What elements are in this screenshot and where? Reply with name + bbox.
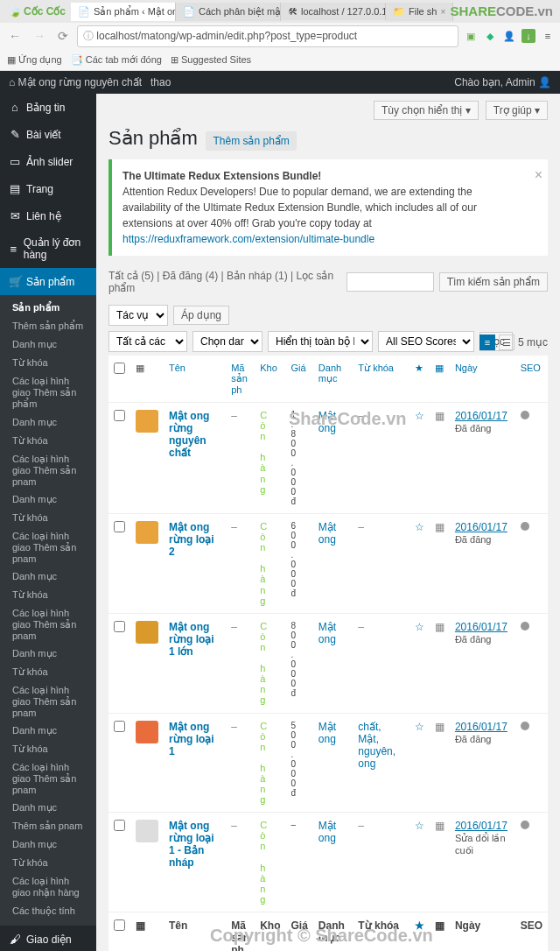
submenu-item[interactable]: Từ khóa [0, 586, 96, 604]
ext-icon[interactable]: ▣ [464, 29, 478, 43]
sidebar-item[interactable]: ▭Ảnh slider [0, 148, 96, 175]
submenu-item[interactable]: Sản phẩm [0, 299, 96, 317]
col-name[interactable]: Tên [164, 356, 226, 403]
submenu-item[interactable]: Các loại hình giao Thêm sản pnam [0, 758, 96, 799]
back-icon[interactable]: ← [5, 29, 24, 43]
sidebar-item[interactable]: ≡Quản lý đơn hàng [0, 229, 96, 268]
col-date[interactable]: Ngày [450, 356, 515, 403]
sidebar-item[interactable]: ✉Liên hệ [0, 202, 96, 229]
filter-cat-select[interactable]: Chọn danh mục [192, 331, 262, 352]
date-link[interactable]: 2016/01/17 [455, 721, 508, 733]
date-link[interactable]: 2016/01/17 [455, 521, 508, 533]
cat-link[interactable]: Mật ong [318, 820, 336, 844]
search-button[interactable]: Tìm kiếm sản phẩm [439, 272, 548, 292]
sidebar-item[interactable]: ⌂Bảng tin [0, 94, 96, 121]
select-all-checkbox[interactable] [114, 363, 125, 374]
submenu-item[interactable]: Từ khóa [0, 663, 96, 681]
view-list-icon[interactable]: ≡ [480, 335, 495, 350]
product-name-link[interactable]: Mật ong rừng loại 1 - Bản nháp [169, 820, 214, 869]
select-all-checkbox[interactable] [114, 919, 125, 931]
submenu-item[interactable]: Từ khóa [0, 740, 96, 758]
featured-star-icon[interactable]: ☆ [410, 514, 430, 614]
cat-link[interactable]: Mật ong [318, 521, 336, 546]
submenu-item[interactable]: Các loại hình giao Thêm sản pnam [0, 604, 96, 645]
screen-options-button[interactable]: Tùy chọn hiển thị ▾ [374, 101, 479, 120]
product-name-link[interactable]: Mật ong rừng loại 2 [169, 521, 214, 558]
submenu-item[interactable]: Danh mục [0, 799, 96, 817]
submenu-item[interactable]: Danh mục [0, 645, 96, 663]
sidebar-item[interactable]: 🛒Sản phẩm [0, 268, 96, 295]
submenu-item[interactable]: Thêm sản pnam [0, 817, 96, 835]
submenu-item[interactable]: Các loại hình giao nhận hàng [0, 872, 96, 902]
submenu-item[interactable]: Danh mục [0, 413, 96, 432]
row-checkbox[interactable] [114, 621, 125, 632]
featured-star-icon[interactable]: ☆ [410, 713, 430, 813]
row-checkbox[interactable] [114, 820, 125, 831]
submenu-item[interactable]: Từ khóa [0, 854, 96, 872]
search-input[interactable] [346, 272, 434, 292]
row-checkbox[interactable] [114, 410, 125, 421]
bulk-apply-button[interactable]: Áp dụng [173, 306, 229, 325]
submenu-item[interactable]: Các loại hình giao Thêm sản pnam [0, 681, 96, 722]
product-name-link[interactable]: Mật ong rừng nguyên chất [169, 410, 209, 459]
submenu-item[interactable]: Danh mục [0, 567, 96, 586]
ext-icon[interactable]: ◆ [483, 29, 497, 43]
filter-type-select[interactable]: Hiển thị toàn bộ loại sản p [268, 331, 373, 352]
row-checkbox[interactable] [114, 521, 125, 532]
site-name[interactable]: Mật ong rừng nguyên chất [18, 76, 142, 88]
row-checkbox[interactable] [114, 721, 125, 732]
bookmark-item[interactable]: ⊞ Suggested Sites [171, 54, 251, 66]
featured-star-icon[interactable]: ☆ [410, 613, 430, 713]
adminbar-greeting[interactable]: Chào bạn, Admin 👤 [454, 76, 551, 88]
date-link[interactable]: 2016/01/17 [455, 621, 508, 633]
submenu-item[interactable]: Từ khóa [0, 509, 96, 527]
submenu-item[interactable]: Các loại hình giao Thêm sản pnam [0, 450, 96, 490]
forward-icon[interactable]: → [30, 29, 49, 43]
browser-tab-0[interactable]: 📄Sản phẩm ‹ Mật ong rừn× [71, 3, 176, 21]
cat-link[interactable]: Mật ong [318, 410, 336, 434]
address-bar[interactable]: ⓘ localhost/matong/wp-admin/edit.php?pos… [77, 25, 458, 47]
add-new-button[interactable]: Thêm sản phẩm [206, 131, 296, 151]
submenu-item[interactable]: Từ khóa [0, 432, 96, 450]
submenu-item[interactable]: Danh mục [0, 490, 96, 509]
product-name-link[interactable]: Mật ong rừng loại 1 [169, 721, 214, 757]
adminbar-user[interactable]: thao [150, 76, 171, 88]
browser-tab-3[interactable]: 📁File sh× [386, 3, 453, 21]
col-seo[interactable]: SEO [515, 356, 548, 403]
browser-tab-2[interactable]: 🛠localhost / 127.0.0.1 / m× [281, 3, 386, 20]
cat-link[interactable]: Mật ong [318, 721, 336, 745]
featured-star-icon[interactable]: ☆ [410, 813, 430, 912]
col-star-icon[interactable]: ★ [410, 356, 430, 403]
notice-link[interactable]: https://reduxframework.com/extension/ult… [122, 233, 374, 245]
submenu-item[interactable]: Thêm sản phẩm [0, 317, 96, 335]
date-link[interactable]: 2016/01/17 [455, 410, 508, 422]
submenu-item[interactable]: Các loại hình giao Thêm sản phẩm [0, 372, 96, 413]
filter-date-select[interactable]: Tất cả các ngày [108, 331, 187, 352]
product-name-link[interactable]: Mật ong rừng loại 1 lớn [169, 621, 214, 658]
sidebar-item[interactable]: ▤Trang [0, 175, 96, 202]
submenu-item[interactable]: Danh mục [0, 835, 96, 854]
dismiss-icon[interactable]: × [535, 165, 542, 186]
cat-link[interactable]: Mật ong [318, 621, 336, 645]
filter-seo-select[interactable]: All SEO Scores [378, 331, 474, 352]
reload-icon[interactable]: ⟳ [54, 29, 72, 43]
home-icon[interactable]: ⌂ [9, 76, 15, 88]
bulk-action-select[interactable]: Tác vụ [108, 305, 168, 326]
submenu-item[interactable]: Danh mục [0, 722, 96, 740]
featured-star-icon[interactable]: ☆ [410, 403, 430, 514]
sidebar-item[interactable]: ✎Bài viết [0, 121, 96, 148]
status-filter[interactable]: Tất cả (5) | Đã đăng (4) | Bản nháp (1) … [108, 270, 341, 294]
download-icon[interactable]: ↓ [522, 29, 536, 43]
bookmark-item[interactable]: 📑 Các tab mới đóng [71, 54, 162, 66]
user-icon[interactable]: 👤 [502, 29, 516, 43]
menu-icon[interactable]: ≡ [541, 29, 555, 43]
submenu-item[interactable]: Danh mục [0, 335, 96, 354]
sidebar-item[interactable]: 🖌Giao diện [0, 926, 96, 951]
submenu-item[interactable]: Các thuộc tính [0, 902, 96, 920]
bookmark-item[interactable]: ▦ Ứng dụng [7, 54, 62, 66]
submenu-item[interactable]: Các loại hình giao Thêm sản pnam [0, 527, 96, 567]
close-icon[interactable]: × [440, 7, 445, 17]
help-button[interactable]: Trợ giúp ▾ [486, 101, 548, 120]
date-link[interactable]: 2016/01/17 [455, 820, 508, 832]
view-excerpt-icon[interactable]: ☰ [499, 335, 514, 350]
